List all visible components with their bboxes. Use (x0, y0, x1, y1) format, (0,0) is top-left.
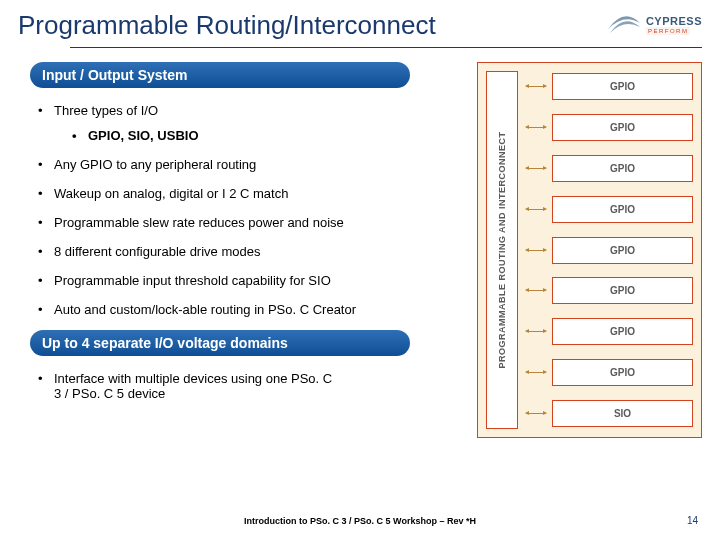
io-row: GPIO (526, 359, 693, 386)
section2-bullets: Interface with multiple devices using on… (36, 364, 461, 408)
bidir-arrow-icon (526, 86, 546, 87)
interconnect-label: PROGRAMMABLE ROUTING AND INTERCONNECT (497, 131, 507, 368)
io-row: GPIO (526, 114, 693, 141)
io-box: GPIO (552, 318, 693, 345)
bidir-arrow-icon (526, 250, 546, 251)
logo-name: CYPRESS (646, 16, 702, 27)
bidir-arrow-icon (526, 168, 546, 169)
bidir-arrow-icon (526, 290, 546, 291)
interconnect-bar: PROGRAMMABLE ROUTING AND INTERCONNECT (486, 71, 518, 429)
io-box: GPIO (552, 155, 693, 182)
bidir-arrow-icon (526, 127, 546, 128)
text-column: Input / Output System Three types of I/O… (30, 62, 467, 438)
io-row: GPIO (526, 196, 693, 223)
bullet-item: Wakeup on analog, digital or I 2 C match (36, 179, 461, 208)
slide-header: Programmable Routing/Interconnect CYPRES… (0, 0, 720, 47)
io-row: GPIO (526, 277, 693, 304)
slide-footer: Introduction to PSo. C 3 / PSo. C 5 Work… (0, 516, 720, 526)
section1-bullets: Three types of I/O GPIO, SIO, USBIO Any … (36, 96, 461, 324)
bullet-item: Three types of I/O GPIO, SIO, USBIO (36, 96, 461, 150)
slide-title: Programmable Routing/Interconnect (18, 10, 436, 41)
cypress-logo: CYPRESS PERFORM (606, 11, 702, 41)
section-heading-1: Input / Output System (30, 62, 410, 88)
section-heading-2: Up to 4 separate I/O voltage domains (30, 330, 410, 356)
bidir-arrow-icon (526, 331, 546, 332)
page-number: 14 (687, 515, 698, 526)
bullet-item: Programmable input threshold capability … (36, 266, 461, 295)
bullet-item: Auto and custom/lock-able routing in PSo… (36, 295, 461, 324)
io-box: GPIO (552, 237, 693, 264)
io-row: SIO (526, 400, 693, 427)
io-box: GPIO (552, 114, 693, 141)
bullet-item: Any GPIO to any peripheral routing (36, 150, 461, 179)
logo-text: CYPRESS PERFORM (646, 16, 702, 35)
bullet-item: Interface with multiple devices using on… (36, 364, 336, 408)
logo-swoosh-icon (606, 11, 642, 41)
bidir-arrow-icon (526, 209, 546, 210)
sub-bullets: GPIO, SIO, USBIO (70, 128, 461, 143)
bullet-item: 8 different configurable drive modes (36, 237, 461, 266)
bidir-arrow-icon (526, 413, 546, 414)
header-rule (70, 47, 702, 48)
io-box: GPIO (552, 73, 693, 100)
io-box: SIO (552, 400, 693, 427)
bullet-text: Three types of I/O (54, 103, 158, 118)
routing-diagram: PROGRAMMABLE ROUTING AND INTERCONNECT GP… (477, 62, 702, 438)
slide-content: Input / Output System Three types of I/O… (0, 58, 720, 438)
sub-bullet-item: GPIO, SIO, USBIO (70, 128, 461, 143)
io-box: GPIO (552, 277, 693, 304)
io-row: GPIO (526, 237, 693, 264)
io-box: GPIO (552, 196, 693, 223)
diagram-column: PROGRAMMABLE ROUTING AND INTERCONNECT GP… (477, 62, 702, 438)
logo-subtitle: PERFORM (646, 27, 691, 35)
io-row: GPIO (526, 155, 693, 182)
io-stack: GPIO GPIO GPIO GPIO GPIO GPIO GPIO GPIO … (526, 71, 693, 429)
io-box: GPIO (552, 359, 693, 386)
bullet-item: Programmable slew rate reduces power and… (36, 208, 461, 237)
io-row: GPIO (526, 73, 693, 100)
io-row: GPIO (526, 318, 693, 345)
bidir-arrow-icon (526, 372, 546, 373)
